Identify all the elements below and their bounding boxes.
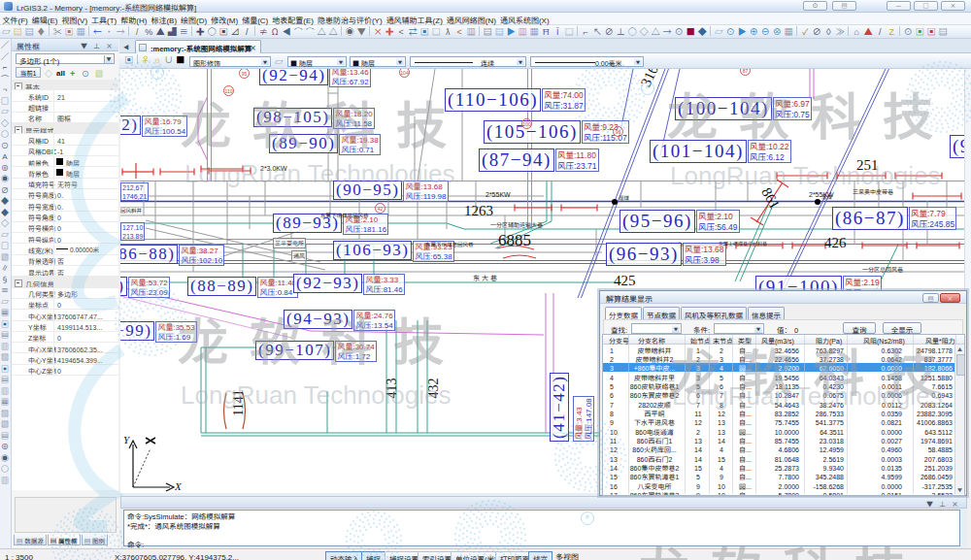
svg-text:X: X xyxy=(174,480,183,492)
svg-text:Y: Y xyxy=(123,434,131,445)
